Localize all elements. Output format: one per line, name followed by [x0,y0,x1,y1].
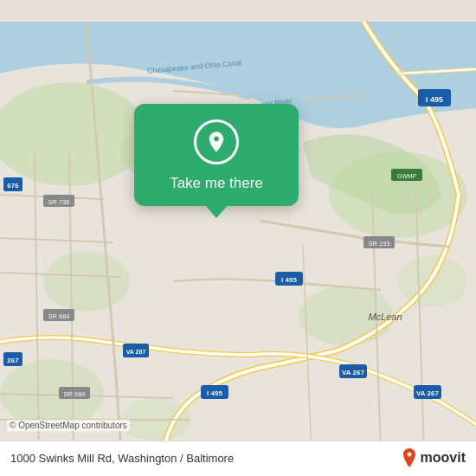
svg-text:I 495: I 495 [426,95,443,104]
svg-text:676: 676 [7,182,19,190]
copyright-text: © OpenStreetMap contributors [7,420,130,431]
popup-card: Take me there [134,104,299,206]
moovit-wordmark: moovit [421,450,466,466]
location-pin-icon [204,130,228,154]
map-background: I 495 676 267 VA 267 SR 736 SR 684 SR 68… [0,0,476,476]
svg-text:SR 193: SR 193 [368,240,389,248]
svg-point-4 [43,251,130,312]
svg-text:SR 684: SR 684 [48,312,69,320]
svg-text:I 495: I 495 [281,276,297,284]
svg-text:GWMP: GWMP [397,173,417,179]
svg-text:McLean: McLean [368,312,402,322]
map-container: I 495 676 267 VA 267 SR 736 SR 684 SR 68… [0,0,476,476]
svg-text:VA 267: VA 267 [416,389,439,397]
moovit-logo: moovit [402,448,466,467]
svg-text:SR 684: SR 684 [63,390,85,398]
svg-text:SR 736: SR 736 [48,198,69,206]
take-me-there-button[interactable]: Take me there [170,175,263,192]
svg-text:267: 267 [7,357,19,364]
svg-text:VA 267: VA 267 [342,369,364,376]
bottom-bar: 1000 Swinks Mill Rd, Washington / Baltim… [0,441,476,476]
svg-text:I 495: I 495 [207,389,222,397]
svg-text:VA 267: VA 267 [126,349,146,355]
address-text: 1000 Swinks Mill Rd, Washington / Baltim… [10,452,234,465]
pin-icon-circle [194,119,239,164]
moovit-pin-icon [402,448,417,467]
